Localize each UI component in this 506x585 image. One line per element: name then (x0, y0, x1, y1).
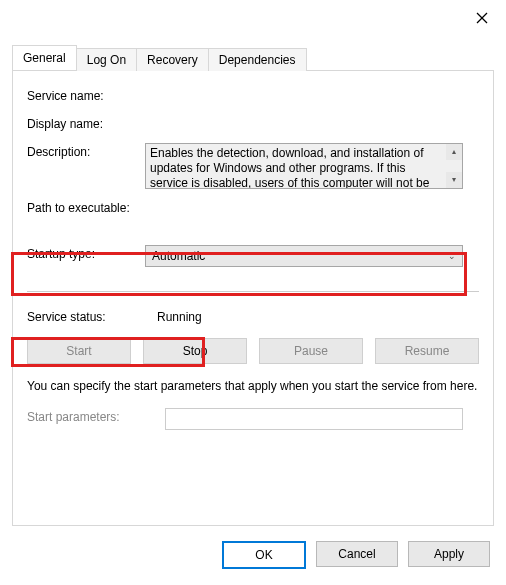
button-label: OK (255, 548, 272, 562)
start-button: Start (27, 338, 131, 364)
button-label: Apply (434, 547, 464, 561)
button-label: Resume (405, 344, 450, 358)
description-text: Enables the detection, download, and ins… (150, 146, 458, 189)
scroll-down-button[interactable]: ▾ (446, 172, 462, 188)
tab-label: Dependencies (219, 53, 296, 67)
tab-log-on[interactable]: Log On (77, 48, 137, 71)
start-parameters-label: Start parameters: (27, 408, 165, 424)
tab-dependencies[interactable]: Dependencies (209, 48, 307, 71)
close-icon (476, 12, 488, 24)
path-to-executable-label: Path to executable: (27, 201, 130, 215)
tab-label: Log On (87, 53, 126, 67)
cancel-button[interactable]: Cancel (316, 541, 398, 567)
tab-general[interactable]: General (12, 45, 77, 70)
service-status-value: Running (157, 310, 202, 324)
description-label: Description: (27, 143, 145, 159)
display-name-label: Display name: (27, 115, 145, 131)
chevron-up-icon: ▴ (452, 147, 456, 157)
separator (27, 291, 479, 292)
start-parameters-input (165, 408, 463, 430)
dialog-button-row: OK Cancel Apply (222, 541, 490, 569)
description-box[interactable]: Enables the detection, download, and ins… (145, 143, 463, 189)
service-status-label: Service status: (27, 310, 157, 324)
button-label: Cancel (338, 547, 375, 561)
chevron-down-icon: ⌄ (448, 251, 456, 261)
scroll-up-button[interactable]: ▴ (446, 144, 462, 160)
button-label: Start (66, 344, 91, 358)
pause-button: Pause (259, 338, 363, 364)
button-label: Stop (183, 344, 208, 358)
service-name-label: Service name: (27, 87, 145, 103)
chevron-down-icon: ▾ (452, 175, 456, 185)
apply-button[interactable]: Apply (408, 541, 490, 567)
tab-recovery[interactable]: Recovery (137, 48, 209, 71)
start-parameters-hint: You can specify the start parameters tha… (27, 378, 479, 394)
close-button[interactable] (468, 6, 496, 30)
tab-label: General (23, 51, 66, 65)
service-properties-dialog: General Log On Recovery Dependencies Ser… (0, 0, 506, 585)
tab-label: Recovery (147, 53, 198, 67)
startup-type-combo[interactable]: Automatic ⌄ (145, 245, 463, 267)
tab-strip: General Log On Recovery Dependencies (12, 46, 494, 71)
resume-button: Resume (375, 338, 479, 364)
ok-button[interactable]: OK (222, 541, 306, 569)
general-panel: Service name: Display name: Description:… (12, 71, 494, 526)
startup-type-label: Startup type: (27, 245, 145, 261)
button-label: Pause (294, 344, 328, 358)
startup-type-value: Automatic (152, 249, 205, 263)
stop-button[interactable]: Stop (143, 338, 247, 364)
